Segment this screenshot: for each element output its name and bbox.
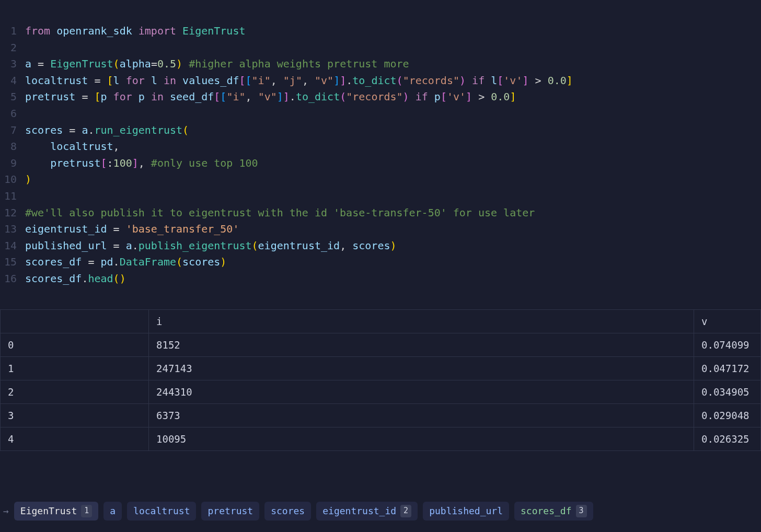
cell-i: 247143 (149, 356, 694, 380)
line-number: 14 (0, 238, 25, 255)
variable-pill-published_url[interactable]: published_url (423, 502, 509, 521)
table-row: 4100950.026325 (1, 427, 761, 450)
line-number: 15 (0, 254, 25, 271)
code-content[interactable]: eigentrust_id = 'base_transfer_50' (25, 221, 761, 238)
cell-i: 10095 (149, 427, 694, 450)
variable-count-badge: 1 (81, 505, 92, 517)
cell-index: 2 (1, 380, 149, 403)
header-i: i (149, 309, 694, 333)
line-number: 8 (0, 138, 25, 155)
variable-name: a (110, 504, 116, 518)
variable-inspector-bar: → EigenTrust1alocaltrustpretrustscoresei… (0, 502, 761, 521)
code-content[interactable]: from openrank_sdk import EigenTrust (25, 23, 761, 40)
cell-i: 8152 (149, 333, 694, 356)
code-content[interactable]: a = EigenTrust(alpha=0.5) #higher alpha … (25, 56, 761, 73)
cell-v: 0.026325 (694, 427, 761, 450)
code-content[interactable]: published_url = a.publish_eigentrust(eig… (25, 238, 761, 255)
code-content[interactable]: pretrust = [p for p in seed_df[["i", "v"… (25, 89, 761, 106)
cell-v: 0.047172 (694, 356, 761, 380)
table-row: 363730.029048 (1, 403, 761, 427)
code-content[interactable]: scores = a.run_eigentrust( (25, 122, 761, 139)
cell-index: 0 (1, 333, 149, 356)
code-line[interactable]: 16scores_df.head() (0, 271, 761, 287)
line-number: 1 (0, 23, 25, 40)
cell-i: 244310 (149, 380, 694, 403)
code-content[interactable]: scores_df.head() (25, 271, 761, 287)
code-content[interactable]: localtrust, (25, 138, 761, 155)
line-number: 13 (0, 221, 25, 238)
code-line[interactable]: 12#we'll also publish it to eigentrust w… (0, 205, 761, 222)
table-row: 22443100.034905 (1, 380, 761, 403)
line-number: 12 (0, 205, 25, 222)
line-number: 2 (0, 40, 25, 56)
header-index (1, 309, 149, 333)
output-dataframe: i v 081520.07409912471430.04717222443100… (0, 309, 761, 451)
code-line[interactable]: 9 pretrust[:100], #only use top 100 (0, 155, 761, 172)
cell-v: 0.034905 (694, 380, 761, 403)
cell-i: 6373 (149, 403, 694, 427)
line-number: 4 (0, 73, 25, 89)
code-line[interactable]: 14published_url = a.publish_eigentrust(e… (0, 238, 761, 255)
line-number: 7 (0, 122, 25, 139)
variable-pill-EigenTrust[interactable]: EigenTrust1 (14, 502, 98, 521)
cell-index: 4 (1, 427, 149, 450)
line-number: 11 (0, 188, 25, 205)
line-number: 5 (0, 89, 25, 106)
variable-name: scores_df (521, 504, 572, 518)
code-line[interactable]: 2 (0, 40, 761, 56)
variable-pill-scores[interactable]: scores (264, 502, 311, 521)
variable-count-badge: 3 (576, 505, 587, 517)
variable-pill-scores_df[interactable]: scores_df3 (514, 502, 593, 521)
variable-pill-pretrust[interactable]: pretrust (201, 502, 259, 521)
cell-index: 1 (1, 356, 149, 380)
code-editor[interactable]: 1from openrank_sdk import EigenTrust23a … (0, 0, 761, 287)
arrow-right-icon: → (3, 504, 9, 518)
variable-name: scores (271, 504, 305, 518)
header-v: v (694, 309, 761, 333)
code-line[interactable]: 3a = EigenTrust(alpha=0.5) #higher alpha… (0, 56, 761, 73)
code-line[interactable]: 1from openrank_sdk import EigenTrust (0, 23, 761, 40)
code-content[interactable]: ) (25, 171, 761, 188)
table-row: 12471430.047172 (1, 356, 761, 380)
variable-name: eigentrust_id (322, 504, 396, 518)
variable-name: published_url (429, 504, 503, 518)
table-header-row: i v (1, 309, 761, 333)
variable-name: EigenTrust (20, 504, 77, 518)
code-content[interactable]: pretrust[:100], #only use top 100 (25, 155, 761, 172)
code-line[interactable]: 7scores = a.run_eigentrust( (0, 122, 761, 139)
cell-index: 3 (1, 403, 149, 427)
code-line[interactable]: 4localtrust = [l for l in values_df[["i"… (0, 73, 761, 89)
variable-count-badge: 2 (400, 505, 411, 517)
code-content[interactable]: #we'll also publish it to eigentrust wit… (25, 205, 761, 222)
code-line[interactable]: 15scores_df = pd.DataFrame(scores) (0, 254, 761, 271)
variable-name: localtrust (133, 504, 190, 518)
code-content[interactable]: localtrust = [l for l in values_df[["i",… (25, 73, 761, 89)
cell-v: 0.074099 (694, 333, 761, 356)
code-line[interactable]: 10) (0, 171, 761, 188)
table-row: 081520.074099 (1, 333, 761, 356)
code-line[interactable]: 13eigentrust_id = 'base_transfer_50' (0, 221, 761, 238)
line-number: 16 (0, 271, 25, 287)
line-number: 3 (0, 56, 25, 73)
line-number: 9 (0, 155, 25, 172)
variable-pill-eigentrust_id[interactable]: eigentrust_id2 (316, 502, 418, 521)
line-number: 6 (0, 106, 25, 122)
variable-pill-localtrust[interactable]: localtrust (127, 502, 196, 521)
variable-name: pretrust (207, 504, 253, 518)
code-line[interactable]: 5pretrust = [p for p in seed_df[["i", "v… (0, 89, 761, 106)
code-line[interactable]: 6 (0, 106, 761, 122)
variable-pill-a[interactable]: a (103, 502, 122, 521)
cell-v: 0.029048 (694, 403, 761, 427)
line-number: 10 (0, 171, 25, 188)
code-line[interactable]: 11 (0, 188, 761, 205)
code-line[interactable]: 8 localtrust, (0, 138, 761, 155)
code-content[interactable]: scores_df = pd.DataFrame(scores) (25, 254, 761, 271)
